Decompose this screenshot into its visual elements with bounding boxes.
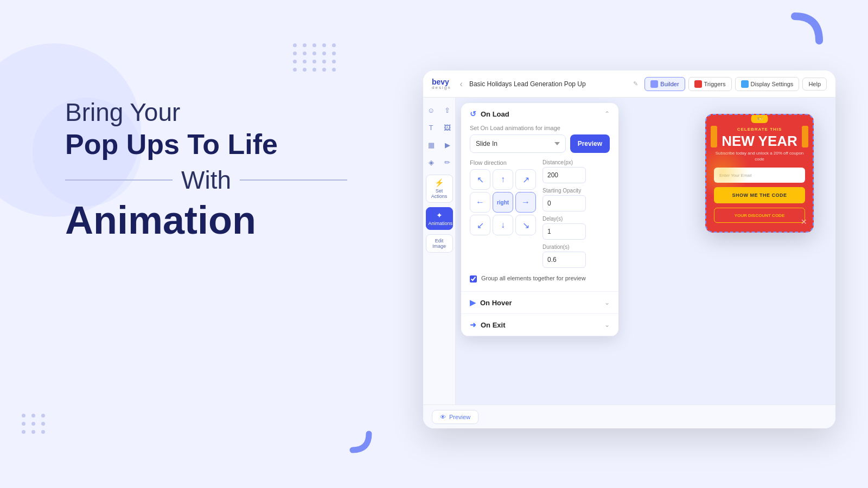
set-actions-btn[interactable]: ⚡ Set Actions — [426, 175, 453, 203]
dir-left[interactable]: ← — [470, 192, 490, 213]
preview-button[interactable]: Preview — [570, 134, 610, 153]
display-settings-label: Display Settings — [751, 81, 794, 87]
duration-field: Duration(s) — [542, 244, 586, 268]
help-label: Help — [808, 81, 821, 87]
builder-title: Basic Holidays Lead Generation Pop Up — [469, 80, 624, 88]
distance-label: Distance(px) — [542, 159, 586, 165]
animations-icon: ✦ — [429, 211, 450, 220]
edit-icon[interactable]: ✎ — [633, 80, 638, 87]
dir-down[interactable]: ↓ — [493, 215, 513, 235]
on-load-section: ↺ On Load ⌃ Set On Load animations for i… — [461, 103, 618, 292]
popup-ribbon-left — [711, 126, 717, 147]
on-load-title: ↺ On Load — [470, 110, 509, 118]
builder-tab[interactable]: Builder — [644, 77, 685, 91]
dir-top-left[interactable]: ↖ — [470, 169, 490, 190]
sidebar-text-icon[interactable]: T — [424, 120, 438, 134]
starting-opacity-label: Starting Opacity — [542, 188, 586, 194]
sidebar-icon-row-2: T 🖼 — [424, 120, 455, 134]
builder-container: bevy design ‹ Basic Holidays Lead Genera… — [423, 70, 835, 428]
popup-preview-card: 🎫 CELEBRATE THIS NEW YEAR Subscribe toda… — [705, 114, 814, 233]
on-load-header[interactable]: ↺ On Load ⌃ — [461, 103, 618, 125]
popup-ribbon-right — [802, 126, 808, 147]
set-actions-icon: ⚡ — [429, 178, 450, 187]
popup-badge: 🎫 — [751, 114, 768, 123]
on-exit-section: ➜ On Exit ⌄ — [461, 314, 618, 336]
on-load-icon: ↺ — [470, 110, 476, 118]
hero-line1: Bring Your — [65, 98, 347, 127]
delay-label: Delay(s) — [542, 216, 586, 222]
delay-input[interactable] — [542, 223, 586, 240]
direction-grid: ↖ ↑ ↗ ← right → ↙ ↓ ↘ — [470, 169, 536, 235]
builder-tab-label: Builder — [660, 81, 679, 87]
builder-body: ☺ ⇧ T 🖼 ▦ ▶ ◈ ✏ ⚡ Set Actions ✦ Animatio… — [423, 98, 835, 404]
display-settings-icon — [741, 80, 749, 88]
topbar-actions: Builder Triggers Display Settings Help — [644, 77, 827, 91]
animation-type-select[interactable]: Slide In Fade In Bounce Zoom In — [470, 134, 566, 153]
anim-type-label: Set On Load animations for image — [470, 125, 610, 131]
anim-type-row: Slide In Fade In Bounce Zoom In Preview — [470, 134, 610, 153]
duration-input[interactable] — [542, 252, 586, 268]
sidebar-image-icon[interactable]: 🖼 — [441, 120, 455, 134]
sidebar-icon-row-3: ▦ ▶ — [424, 138, 455, 152]
sidebar-layout-icon[interactable]: ▦ — [424, 138, 438, 152]
triggers-tab-icon — [694, 80, 702, 88]
dir-up[interactable]: ↑ — [493, 169, 513, 190]
edit-image-label: Edit Image — [432, 238, 446, 249]
dir-bottom-right[interactable]: ↘ — [515, 215, 536, 235]
sidebar-video-icon[interactable]: ▶ — [441, 138, 455, 152]
on-hover-chevron-icon: ⌄ — [604, 299, 610, 306]
dir-top-right[interactable]: ↗ — [515, 169, 536, 190]
builder-sidebar: ☺ ⇧ T 🖼 ▦ ▶ ◈ ✏ ⚡ Set Actions ✦ Animatio… — [423, 98, 456, 404]
edit-image-btn[interactable]: Edit Image — [426, 234, 453, 253]
dir-right-text[interactable]: right — [493, 192, 513, 213]
animation-panel: ↺ On Load ⌃ Set On Load animations for i… — [461, 103, 618, 336]
logo-name: bevy — [432, 78, 451, 86]
distance-input[interactable] — [542, 167, 586, 183]
popup-close-icon[interactable]: ✕ — [801, 217, 807, 226]
on-hover-icon: ▶ — [470, 298, 476, 307]
set-actions-label: Set Actions — [431, 188, 448, 199]
sidebar-emoji-icon[interactable]: ☺ — [424, 103, 438, 117]
on-load-content: Set On Load animations for image Slide I… — [461, 125, 618, 291]
display-settings-tab[interactable]: Display Settings — [735, 77, 800, 91]
sidebar-shape-icon[interactable]: ◈ — [424, 155, 438, 169]
dir-fields-row: Flow direction ↖ ↑ ↗ ← right → ↙ ↓ — [470, 159, 610, 268]
animations-label: Animations — [429, 221, 453, 226]
on-load-label: On Load — [481, 110, 509, 118]
on-exit-header[interactable]: ➜ On Exit ⌄ — [461, 314, 618, 336]
on-hover-label: On Hover — [480, 299, 512, 307]
on-exit-title: ➜ On Exit — [470, 320, 506, 329]
triggers-tab-label: Triggers — [704, 81, 726, 87]
group-checkbox[interactable] — [470, 275, 477, 282]
starting-opacity-input[interactable] — [542, 195, 586, 211]
on-hover-section: ▶ On Hover ⌄ — [461, 292, 618, 314]
duration-label: Duration(s) — [542, 244, 586, 250]
builder-canvas: ↺ On Load ⌃ Set On Load animations for i… — [456, 98, 835, 404]
sidebar-icon-row-4: ◈ ✏ — [424, 155, 455, 169]
hero-line2: Pop Ups To Life — [65, 127, 347, 161]
triggers-tab[interactable]: Triggers — [688, 77, 732, 91]
animation-fields-col: Distance(px) Starting Opacity Delay(s) — [542, 159, 586, 268]
on-exit-chevron-icon: ⌄ — [604, 321, 610, 329]
bg-curve-bottom-mid — [331, 412, 374, 455]
on-exit-icon: ➜ — [470, 320, 476, 329]
bottom-preview-button[interactable]: 👁 Preview — [432, 410, 478, 424]
group-checkbox-label: Group all elements together for preview — [481, 274, 586, 282]
distance-field: Distance(px) — [542, 159, 586, 183]
popup-discount-button[interactable]: YOUR DISCOUNT CODE — [714, 208, 805, 223]
nav-back-icon[interactable]: ‹ — [460, 79, 463, 89]
help-tab[interactable]: Help — [802, 78, 827, 91]
group-checkbox-row: Group all elements together for preview — [470, 274, 610, 282]
dir-right-arrow[interactable]: → — [515, 192, 536, 213]
on-hover-header[interactable]: ▶ On Hover ⌄ — [461, 292, 618, 313]
sidebar-share-icon[interactable]: ⇧ — [441, 103, 455, 117]
sidebar-edit-icon[interactable]: ✏ — [441, 155, 455, 169]
animations-btn[interactable]: ✦ Animations — [426, 207, 453, 230]
direction-group: Flow direction ↖ ↑ ↗ ← right → ↙ ↓ — [470, 159, 536, 242]
flow-direction-label: Flow direction — [470, 159, 536, 166]
starting-opacity-field: Starting Opacity — [542, 188, 586, 211]
delay-field: Delay(s) — [542, 216, 586, 240]
on-hover-title: ▶ On Hover — [470, 298, 512, 307]
dir-bottom-left[interactable]: ↙ — [470, 215, 490, 235]
bg-curve-top-right — [765, 11, 825, 70]
